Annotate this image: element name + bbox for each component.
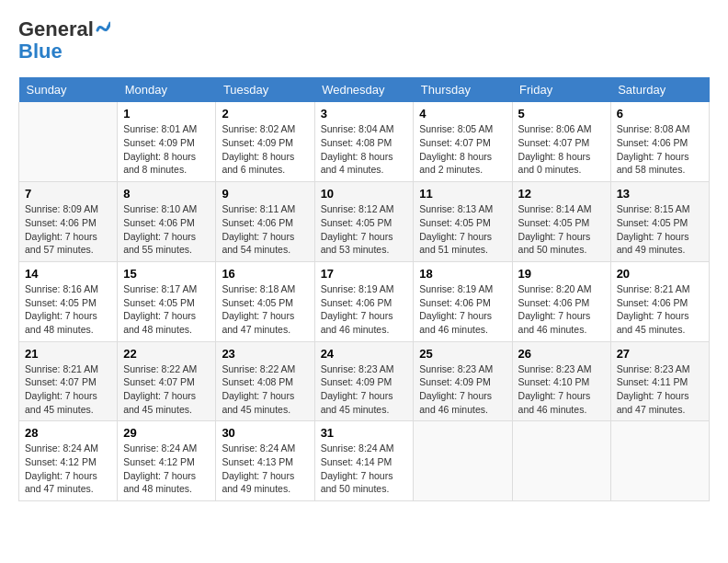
day-info: Sunrise: 8:23 AMSunset: 4:10 PMDaylight:… <box>518 362 605 417</box>
calendar-cell: 8Sunrise: 8:10 AMSunset: 4:06 PMDaylight… <box>118 182 216 262</box>
day-info: Sunrise: 8:21 AMSunset: 4:06 PMDaylight:… <box>617 282 703 337</box>
day-number: 13 <box>617 187 703 201</box>
logo-text: GeneralBlue <box>18 18 110 63</box>
calendar-cell: 16Sunrise: 8:18 AMSunset: 4:05 PMDayligh… <box>216 261 314 341</box>
calendar-cell: 7Sunrise: 8:09 AMSunset: 4:06 PMDaylight… <box>19 182 118 262</box>
calendar-cell: 2Sunrise: 8:02 AMSunset: 4:09 PMDaylight… <box>216 102 314 181</box>
calendar-cell: 20Sunrise: 8:21 AMSunset: 4:06 PMDayligh… <box>610 261 709 341</box>
day-number: 18 <box>419 267 506 281</box>
day-number: 12 <box>518 187 605 201</box>
day-number: 6 <box>617 107 703 121</box>
calendar-header-row: SundayMondayTuesdayWednesdayThursdayFrid… <box>19 77 710 102</box>
logo-wave-icon <box>96 21 110 40</box>
calendar-cell: 18Sunrise: 8:19 AMSunset: 4:06 PMDayligh… <box>414 261 512 341</box>
weekday-header: Monday <box>118 77 216 102</box>
calendar-cell: 10Sunrise: 8:12 AMSunset: 4:05 PMDayligh… <box>314 182 414 262</box>
calendar-cell: 12Sunrise: 8:14 AMSunset: 4:05 PMDayligh… <box>512 182 610 262</box>
day-info: Sunrise: 8:19 AMSunset: 4:06 PMDaylight:… <box>419 282 506 337</box>
day-info: Sunrise: 8:13 AMSunset: 4:05 PMDaylight:… <box>419 202 506 257</box>
day-info: Sunrise: 8:15 AMSunset: 4:05 PMDaylight:… <box>617 202 703 257</box>
calendar-cell: 22Sunrise: 8:22 AMSunset: 4:07 PMDayligh… <box>118 341 216 421</box>
calendar-cell: 29Sunrise: 8:24 AMSunset: 4:12 PMDayligh… <box>118 421 216 501</box>
calendar-cell: 23Sunrise: 8:22 AMSunset: 4:08 PMDayligh… <box>216 341 314 421</box>
day-info: Sunrise: 8:24 AMSunset: 4:12 PMDaylight:… <box>25 442 111 496</box>
day-number: 23 <box>222 347 308 361</box>
calendar-cell: 15Sunrise: 8:17 AMSunset: 4:05 PMDayligh… <box>118 261 216 341</box>
calendar-cell <box>512 421 610 501</box>
day-info: Sunrise: 8:18 AMSunset: 4:05 PMDaylight:… <box>222 282 308 337</box>
day-number: 27 <box>617 347 703 361</box>
calendar-cell: 28Sunrise: 8:24 AMSunset: 4:12 PMDayligh… <box>19 421 118 501</box>
day-info: Sunrise: 8:09 AMSunset: 4:06 PMDaylight:… <box>25 202 111 257</box>
day-info: Sunrise: 8:23 AMSunset: 4:11 PMDaylight:… <box>617 362 703 417</box>
day-number: 24 <box>321 347 408 361</box>
calendar-week-row: 1Sunrise: 8:01 AMSunset: 4:09 PMDaylight… <box>19 102 710 181</box>
day-info: Sunrise: 8:19 AMSunset: 4:06 PMDaylight:… <box>321 282 408 337</box>
day-number: 21 <box>25 347 111 361</box>
day-info: Sunrise: 8:17 AMSunset: 4:05 PMDaylight:… <box>123 282 210 337</box>
day-info: Sunrise: 8:23 AMSunset: 4:09 PMDaylight:… <box>321 362 408 417</box>
day-number: 9 <box>222 187 308 201</box>
calendar-cell: 17Sunrise: 8:19 AMSunset: 4:06 PMDayligh… <box>314 261 414 341</box>
calendar-cell: 19Sunrise: 8:20 AMSunset: 4:06 PMDayligh… <box>512 261 610 341</box>
day-number: 29 <box>123 426 210 440</box>
day-info: Sunrise: 8:16 AMSunset: 4:05 PMDaylight:… <box>25 282 111 337</box>
calendar-cell: 14Sunrise: 8:16 AMSunset: 4:05 PMDayligh… <box>19 261 118 341</box>
day-info: Sunrise: 8:23 AMSunset: 4:09 PMDaylight:… <box>419 362 506 417</box>
day-number: 19 <box>518 267 605 281</box>
day-number: 14 <box>25 267 111 281</box>
logo-blue: Blue <box>18 40 63 63</box>
calendar-week-row: 28Sunrise: 8:24 AMSunset: 4:12 PMDayligh… <box>19 421 710 501</box>
day-info: Sunrise: 8:01 AMSunset: 4:09 PMDaylight:… <box>123 122 210 177</box>
day-info: Sunrise: 8:21 AMSunset: 4:07 PMDaylight:… <box>25 362 111 417</box>
day-number: 16 <box>222 267 308 281</box>
day-info: Sunrise: 8:14 AMSunset: 4:05 PMDaylight:… <box>518 202 605 257</box>
logo: GeneralBlue <box>18 18 110 63</box>
day-number: 1 <box>123 107 210 121</box>
day-number: 3 <box>321 107 408 121</box>
day-number: 11 <box>419 187 506 201</box>
page-header: GeneralBlue <box>18 18 710 63</box>
day-number: 30 <box>222 426 308 440</box>
calendar-table: SundayMondayTuesdayWednesdayThursdayFrid… <box>18 77 710 501</box>
day-info: Sunrise: 8:24 AMSunset: 4:14 PMDaylight:… <box>321 442 408 496</box>
calendar-cell: 27Sunrise: 8:23 AMSunset: 4:11 PMDayligh… <box>610 341 709 421</box>
calendar-cell: 30Sunrise: 8:24 AMSunset: 4:13 PMDayligh… <box>216 421 314 501</box>
calendar-week-row: 21Sunrise: 8:21 AMSunset: 4:07 PMDayligh… <box>19 341 710 421</box>
day-number: 22 <box>123 347 210 361</box>
calendar-cell: 24Sunrise: 8:23 AMSunset: 4:09 PMDayligh… <box>314 341 414 421</box>
calendar-cell: 3Sunrise: 8:04 AMSunset: 4:08 PMDaylight… <box>314 102 414 181</box>
day-number: 28 <box>25 426 111 440</box>
calendar-cell: 25Sunrise: 8:23 AMSunset: 4:09 PMDayligh… <box>414 341 512 421</box>
weekday-header: Saturday <box>610 77 709 102</box>
day-info: Sunrise: 8:04 AMSunset: 4:08 PMDaylight:… <box>321 122 408 177</box>
day-info: Sunrise: 8:22 AMSunset: 4:08 PMDaylight:… <box>222 362 308 417</box>
calendar-cell: 5Sunrise: 8:06 AMSunset: 4:07 PMDaylight… <box>512 102 610 181</box>
calendar-cell: 13Sunrise: 8:15 AMSunset: 4:05 PMDayligh… <box>610 182 709 262</box>
calendar-cell: 1Sunrise: 8:01 AMSunset: 4:09 PMDaylight… <box>118 102 216 181</box>
weekday-header: Wednesday <box>314 77 414 102</box>
day-number: 5 <box>518 107 605 121</box>
calendar-cell: 26Sunrise: 8:23 AMSunset: 4:10 PMDayligh… <box>512 341 610 421</box>
calendar-cell <box>414 421 512 501</box>
day-info: Sunrise: 8:08 AMSunset: 4:06 PMDaylight:… <box>617 122 703 177</box>
day-number: 15 <box>123 267 210 281</box>
calendar-cell: 31Sunrise: 8:24 AMSunset: 4:14 PMDayligh… <box>314 421 414 501</box>
weekday-header: Tuesday <box>216 77 314 102</box>
weekday-header: Sunday <box>19 77 118 102</box>
logo-general: General <box>18 17 94 40</box>
day-info: Sunrise: 8:20 AMSunset: 4:06 PMDaylight:… <box>518 282 605 337</box>
day-info: Sunrise: 8:02 AMSunset: 4:09 PMDaylight:… <box>222 122 308 177</box>
weekday-header: Friday <box>512 77 610 102</box>
day-number: 10 <box>321 187 408 201</box>
day-number: 7 <box>25 187 111 201</box>
day-info: Sunrise: 8:24 AMSunset: 4:13 PMDaylight:… <box>222 442 308 496</box>
day-number: 20 <box>617 267 703 281</box>
day-number: 2 <box>222 107 308 121</box>
calendar-cell: 11Sunrise: 8:13 AMSunset: 4:05 PMDayligh… <box>414 182 512 262</box>
calendar-cell: 9Sunrise: 8:11 AMSunset: 4:06 PMDaylight… <box>216 182 314 262</box>
calendar-cell: 6Sunrise: 8:08 AMSunset: 4:06 PMDaylight… <box>610 102 709 181</box>
day-number: 8 <box>123 187 210 201</box>
day-info: Sunrise: 8:22 AMSunset: 4:07 PMDaylight:… <box>123 362 210 417</box>
day-number: 17 <box>321 267 408 281</box>
